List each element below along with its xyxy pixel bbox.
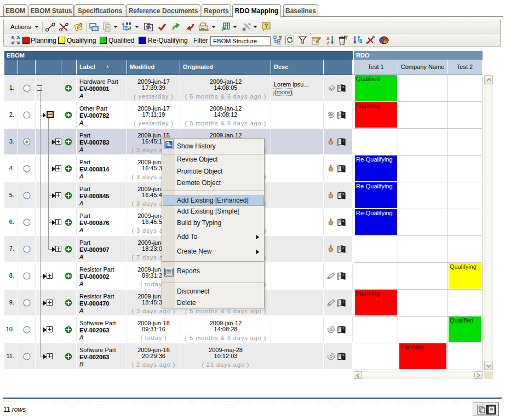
svg-text:Z: Z bbox=[327, 41, 330, 45]
svg-text:?: ? bbox=[265, 23, 268, 29]
